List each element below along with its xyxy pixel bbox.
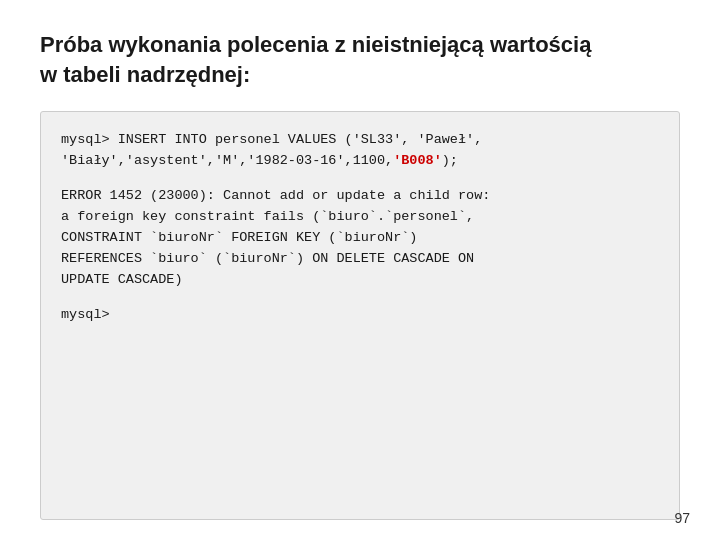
code-line-2: 'Biały','asystent','M','1982-03-16',1100… bbox=[61, 151, 659, 172]
code-block: mysql> INSERT INTO personel VALUES ('SL3… bbox=[40, 111, 680, 520]
page-number: 97 bbox=[674, 510, 690, 526]
heading-line1: Próba wykonania polecenia z nieistniejąc… bbox=[40, 32, 591, 57]
heading-line2: w tabeli nadrzędnej: bbox=[40, 62, 250, 87]
page-heading: Próba wykonania polecenia z nieistniejąc… bbox=[40, 30, 680, 89]
code-line-5: CONSTRAINT `biuroNr` FOREIGN KEY (`biuro… bbox=[61, 228, 659, 249]
highlight-b008: 'B008' bbox=[393, 153, 442, 168]
code-line-8: mysql> bbox=[61, 305, 659, 326]
code-line-3: ERROR 1452 (23000): Cannot add or update… bbox=[61, 186, 659, 207]
code-line-7: UPDATE CASCADE) bbox=[61, 270, 659, 291]
page-container: Próba wykonania polecenia z nieistniejąc… bbox=[0, 0, 720, 540]
code-line-4: a foreign key constraint fails (`biuro`.… bbox=[61, 207, 659, 228]
code-line-1: mysql> INSERT INTO personel VALUES ('SL3… bbox=[61, 130, 659, 151]
code-line-6: REFERENCES `biuro` (`biuroNr`) ON DELETE… bbox=[61, 249, 659, 270]
